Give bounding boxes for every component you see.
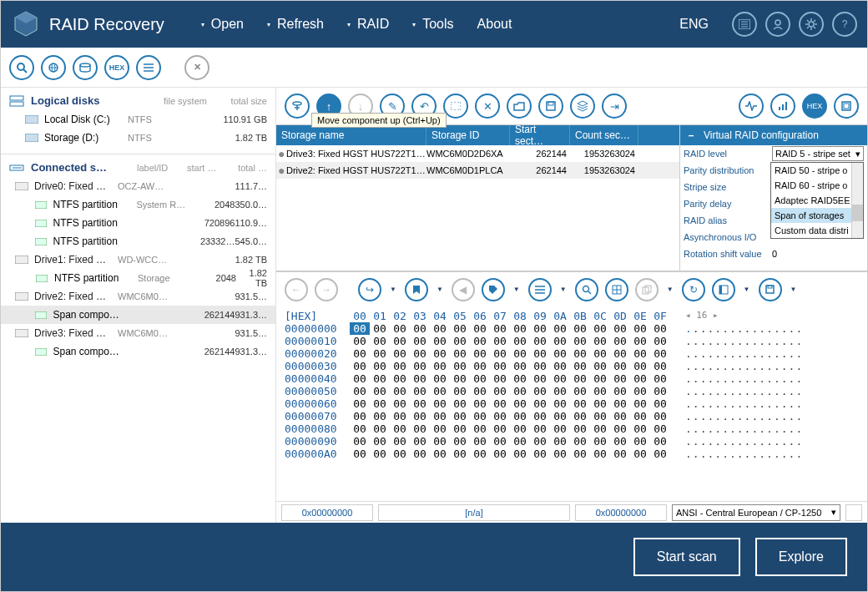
dropdown-scrollbar[interactable] (851, 163, 863, 238)
hex-width-control[interactable]: ◂ 16 ▸ (685, 310, 719, 322)
hex-col[interactable]: 0A (550, 310, 570, 322)
hex-col[interactable]: 00 (350, 310, 370, 322)
dropdown-option[interactable]: Span of storages (771, 208, 863, 223)
menu-raid[interactable]: ▾RAID (347, 17, 389, 32)
partition-row[interactable]: NTFS partitionStorage20481.82 TB (1, 269, 275, 287)
hex-col[interactable]: 01 (370, 310, 390, 322)
hex-line[interactable]: 0000007000000000000000000000000000000000… (285, 410, 859, 422)
copy-icon[interactable] (635, 278, 659, 301)
hex-line[interactable]: 0000006000000000000000000000000000000000… (285, 397, 859, 410)
hex-col[interactable]: 0C (590, 310, 610, 322)
col-storage-name[interactable]: Storage name (276, 125, 426, 145)
hex-col[interactable]: 08 (510, 310, 530, 322)
partition-row[interactable]: NTFS partition720896110.9… (1, 214, 275, 232)
hex-col[interactable]: 02 (390, 310, 410, 322)
forward-icon[interactable]: → (315, 278, 338, 301)
expand-icon[interactable] (834, 94, 859, 119)
hex-extra-button[interactable] (845, 504, 862, 521)
hex-line[interactable]: 0000001000000000000000000000000000000000… (285, 335, 859, 347)
hex-col[interactable]: 07 (490, 310, 510, 322)
drop-icon[interactable]: ▼ (742, 286, 752, 293)
hex-view-icon[interactable]: HEX (802, 94, 827, 119)
drive-row[interactable]: Drive2: Fixed …WMC6M0…931.5… (1, 287, 275, 306)
hex-line[interactable]: 0000000000000000000000000000000000000000… (285, 322, 859, 335)
storage-row[interactable]: ●Drive2: Fixed HGST HUS722T1…WMC6M0D1PLC… (276, 162, 679, 179)
hex-line[interactable]: 000000A000000000000000000000000000000000… (285, 448, 859, 460)
help-icon[interactable]: ? (832, 12, 857, 37)
hex-col[interactable]: 04 (430, 310, 450, 322)
menu-about[interactable]: About (477, 17, 512, 32)
menu-open[interactable]: ▾Open (201, 17, 244, 32)
remove-icon[interactable]: ✕ (475, 94, 500, 119)
goto-icon[interactable]: ↪ (358, 278, 381, 301)
drop-icon[interactable]: ▼ (558, 286, 568, 293)
hex-col[interactable]: 03 (410, 310, 430, 322)
hex-viewer[interactable]: [HEX] 000102030405060708090A0B0C0D0E0F ◂… (276, 306, 867, 501)
save-hex-icon[interactable] (759, 278, 782, 301)
tag-icon[interactable] (482, 278, 505, 301)
search-hex-icon[interactable] (575, 278, 598, 301)
col-storage-id[interactable]: Storage ID (426, 125, 510, 145)
partition-row[interactable]: NTFS partition23332…545.0… (1, 232, 275, 250)
scan-icon[interactable] (9, 55, 34, 80)
logical-disk-row[interactable]: Local Disk (C:)NTFS110.91 GB (1, 110, 275, 129)
hex-col[interactable]: 0F (650, 310, 670, 322)
hex-col[interactable]: 05 (450, 310, 470, 322)
hex-line[interactable]: 0000002000000000000000000000000000000000… (285, 347, 859, 360)
open-icon[interactable] (507, 94, 532, 119)
gear-icon[interactable] (799, 12, 824, 37)
prev-result-icon[interactable]: ◀ (452, 278, 475, 301)
hex-offset2-field[interactable]: 0x00000000 (575, 504, 667, 521)
explore-button[interactable]: Explore (755, 538, 847, 576)
hex-icon[interactable]: HEX (104, 55, 129, 80)
drop-icon[interactable]: ▼ (789, 286, 799, 293)
hex-line[interactable]: 0000004000000000000000000000000000000000… (285, 372, 859, 385)
drop-icon[interactable]: ▼ (512, 286, 522, 293)
add-storage-icon[interactable] (285, 94, 310, 119)
raid-level-dropdown[interactable]: RAID 5 - stripe set▾ (772, 146, 864, 161)
hex-col[interactable]: 0D (610, 310, 630, 322)
dropdown-option[interactable]: RAID 60 - stripe o (771, 178, 863, 193)
encoding-dropdown[interactable]: ANSI - Central European / CP-1250▾ (672, 504, 840, 521)
close-icon[interactable]: ✕ (184, 55, 209, 80)
col-count-sector[interactable]: Count sec… (570, 125, 638, 145)
dropdown-option[interactable]: Adaptec RAID5EE (771, 193, 863, 208)
hex-line[interactable]: 0000009000000000000000000000000000000000… (285, 435, 859, 448)
drive-row[interactable]: Drive3: Fixed …WMC6M0…931.5… (1, 324, 275, 342)
hex-col[interactable]: 0B (570, 310, 590, 322)
back-icon[interactable]: ← (285, 278, 308, 301)
col-start-sector[interactable]: Start sect… (510, 125, 570, 145)
storage-icon[interactable] (73, 55, 98, 80)
logical-disk-row[interactable]: Storage (D:)NTFS1.82 TB (1, 129, 275, 147)
chart-icon[interactable] (770, 94, 795, 119)
list-icon[interactable] (136, 55, 161, 80)
hex-offset-field[interactable]: 0x00000000 (281, 504, 373, 521)
reload-icon[interactable]: ↻ (682, 278, 705, 301)
hex-col[interactable]: 09 (530, 310, 550, 322)
menu-tools[interactable]: ▾Tools (412, 17, 453, 32)
partition-row[interactable]: Span compo…262144931.3… (1, 342, 275, 361)
dropdown-option[interactable]: RAID 50 - stripe o (771, 163, 863, 178)
language-selector[interactable]: ENG (679, 17, 709, 32)
drop-icon[interactable]: ▼ (388, 286, 398, 293)
hex-col[interactable]: 06 (470, 310, 490, 322)
dropdown-option[interactable]: Custom data distri (771, 223, 863, 238)
hex-line[interactable]: 0000008000000000000000000000000000000000… (285, 422, 859, 435)
hex-col[interactable]: 0E (630, 310, 650, 322)
activity-icon[interactable] (739, 94, 764, 119)
panel-icon[interactable] (732, 12, 757, 37)
collapse-icon[interactable]: – (685, 129, 697, 141)
drop-icon[interactable]: ▼ (665, 286, 675, 293)
hex-line[interactable]: 0000003000000000000000000000000000000000… (285, 360, 859, 372)
lines-icon[interactable] (528, 278, 552, 301)
menu-refresh[interactable]: ▾Refresh (267, 17, 324, 32)
hex-line[interactable]: 0000005000000000000000000000000000000000… (285, 385, 859, 397)
save-icon[interactable] (538, 94, 563, 119)
build-icon[interactable]: ⇥ (602, 94, 627, 119)
raid-level-dropdown-list[interactable]: RAID 50 - stripe oRAID 60 - stripe oAdap… (770, 162, 864, 239)
storage-row[interactable]: ●Drive3: Fixed HGST HUS722T1…WMC6M0D2D6X… (276, 145, 679, 162)
globe-icon[interactable] (41, 55, 66, 80)
placeholder-icon[interactable] (443, 94, 468, 119)
start-scan-button[interactable]: Start scan (633, 538, 740, 576)
grid-icon[interactable] (605, 278, 628, 301)
